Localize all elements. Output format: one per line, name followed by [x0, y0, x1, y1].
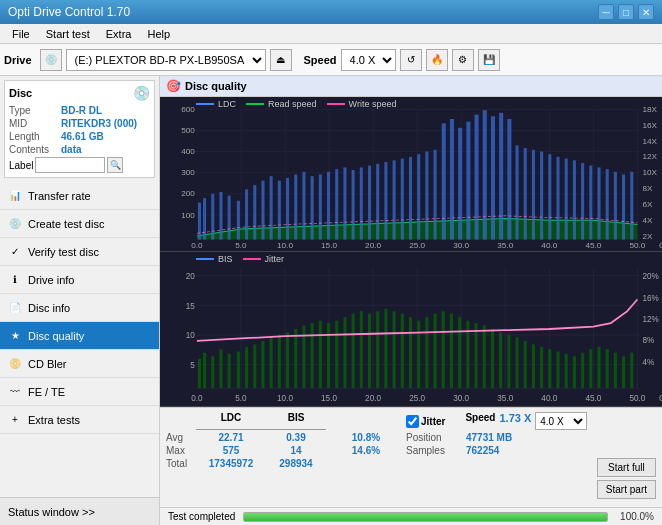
svg-rect-139: [211, 356, 214, 388]
title-bar: Opti Drive Control 1.70 ─ □ ✕: [0, 0, 662, 24]
disc-label-search-btn[interactable]: 🔍: [107, 157, 123, 173]
svg-rect-46: [198, 203, 201, 240]
nav-extra-tests[interactable]: + Extra tests: [0, 406, 159, 434]
legend-jitter: Jitter: [243, 254, 285, 264]
svg-rect-85: [515, 145, 518, 239]
status-window-btn[interactable]: Status window >>: [0, 497, 159, 525]
svg-rect-177: [524, 341, 527, 388]
nav-create-test-disc[interactable]: 💿 Create test disc: [0, 210, 159, 238]
nav-disc-quality[interactable]: ★ Disc quality: [0, 322, 159, 350]
svg-rect-86: [524, 148, 527, 240]
svg-text:16%: 16%: [643, 292, 660, 303]
disc-mid-label: MID: [9, 118, 61, 129]
nav-disc-info-label: Disc info: [28, 302, 70, 314]
close-button[interactable]: ✕: [638, 4, 654, 20]
svg-text:18X: 18X: [643, 106, 658, 114]
avg-bis: 0.39: [266, 432, 326, 443]
svg-rect-148: [286, 333, 289, 389]
svg-text:50.0: 50.0: [629, 242, 645, 250]
jitter-check-row: Jitter: [406, 412, 445, 430]
disc-label-row: Label 🔍: [9, 157, 150, 173]
disc-label-input[interactable]: [35, 157, 105, 173]
nav-disc-quality-label: Disc quality: [28, 330, 84, 342]
avg-ldc: 22.71: [196, 432, 266, 443]
svg-rect-175: [507, 335, 510, 388]
window-controls: ─ □ ✕: [598, 4, 654, 20]
save-btn[interactable]: 💾: [478, 49, 500, 71]
svg-rect-83: [499, 113, 503, 240]
svg-rect-49: [219, 192, 222, 240]
disc-contents-value: data: [61, 144, 82, 155]
svg-rect-62: [327, 172, 330, 240]
verify-test-disc-icon: ✓: [8, 245, 22, 259]
svg-rect-84: [507, 119, 511, 240]
minimize-button[interactable]: ─: [598, 4, 614, 20]
svg-text:20: 20: [186, 271, 195, 282]
disc-header: Disc 💿: [9, 85, 150, 101]
menu-file[interactable]: File: [4, 26, 38, 42]
svg-text:30.0: 30.0: [453, 242, 469, 250]
svg-rect-145: [261, 341, 264, 388]
svg-text:10.0: 10.0: [277, 242, 293, 250]
transfer-rate-icon: 📊: [8, 189, 22, 203]
svg-rect-152: [319, 321, 322, 389]
svg-rect-66: [360, 167, 363, 239]
speed-select[interactable]: 4.0 X: [341, 49, 396, 71]
svg-text:200: 200: [181, 190, 195, 198]
svg-rect-81: [483, 110, 487, 239]
progress-pct: 100.0%: [620, 511, 654, 522]
svg-rect-79: [466, 122, 470, 240]
svg-rect-56: [278, 181, 281, 240]
refresh-btn[interactable]: ↺: [400, 49, 422, 71]
svg-rect-51: [237, 201, 240, 240]
nav-cd-bler[interactable]: 📀 CD Bler: [0, 350, 159, 378]
svg-rect-88: [540, 152, 543, 240]
svg-text:600: 600: [181, 106, 195, 114]
nav-drive-info[interactable]: ℹ Drive info: [0, 266, 159, 294]
sidebar: Disc 💿 Type BD-R DL MID RITEKDR3 (000) L…: [0, 76, 160, 525]
svg-rect-60: [311, 176, 314, 239]
drive-select[interactable]: (E:) PLEXTOR BD-R PX-LB950SA 1.06: [66, 49, 266, 71]
svg-rect-61: [319, 174, 322, 239]
nav-create-test-disc-label: Create test disc: [28, 218, 104, 230]
svg-text:40.0: 40.0: [541, 242, 557, 250]
svg-rect-47: [203, 198, 206, 239]
stats-avg-row: Avg 22.71 0.39 10.8% Position 47731 MB: [166, 432, 656, 443]
menu-extra[interactable]: Extra: [98, 26, 140, 42]
settings-btn[interactable]: ⚙: [452, 49, 474, 71]
stats-bis-header: BIS: [266, 412, 326, 430]
jitter-checkbox[interactable]: [406, 415, 419, 428]
app-title: Opti Drive Control 1.70: [8, 5, 598, 19]
nav-transfer-rate[interactable]: 📊 Transfer rate: [0, 182, 159, 210]
svg-rect-153: [327, 323, 330, 388]
svg-rect-55: [270, 176, 273, 239]
svg-rect-71: [401, 159, 404, 240]
start-full-button[interactable]: Start full: [597, 458, 656, 477]
legend-bis: BIS: [196, 254, 233, 264]
svg-rect-190: [630, 353, 633, 389]
svg-text:5: 5: [190, 360, 195, 371]
svg-rect-67: [368, 166, 371, 240]
menu-help[interactable]: Help: [139, 26, 178, 42]
maximize-button[interactable]: □: [618, 4, 634, 20]
svg-rect-149: [294, 329, 297, 388]
svg-rect-93: [581, 163, 584, 240]
drive-icon-btn[interactable]: 💿: [40, 49, 62, 71]
menu-start-test[interactable]: Start test: [38, 26, 98, 42]
svg-rect-90: [556, 157, 559, 240]
svg-text:10X: 10X: [643, 169, 658, 177]
svg-rect-180: [548, 349, 551, 388]
nav-verify-test-disc[interactable]: ✓ Verify test disc: [0, 238, 159, 266]
start-part-button[interactable]: Start part: [597, 480, 656, 499]
stats-ldc-header: LDC: [196, 412, 266, 430]
max-jitter: 14.6%: [326, 445, 406, 456]
svg-rect-178: [532, 344, 535, 388]
eject-btn[interactable]: ⏏: [270, 49, 292, 71]
total-ldc: 17345972: [196, 458, 266, 503]
speed-select2[interactable]: 4.0 X: [535, 412, 587, 430]
svg-text:45.0: 45.0: [585, 242, 601, 250]
nav-items: 📊 Transfer rate 💿 Create test disc ✓ Ver…: [0, 182, 159, 497]
nav-disc-info[interactable]: 📄 Disc info: [0, 294, 159, 322]
burn-btn[interactable]: 🔥: [426, 49, 448, 71]
nav-fe-te[interactable]: 〰 FE / TE: [0, 378, 159, 406]
